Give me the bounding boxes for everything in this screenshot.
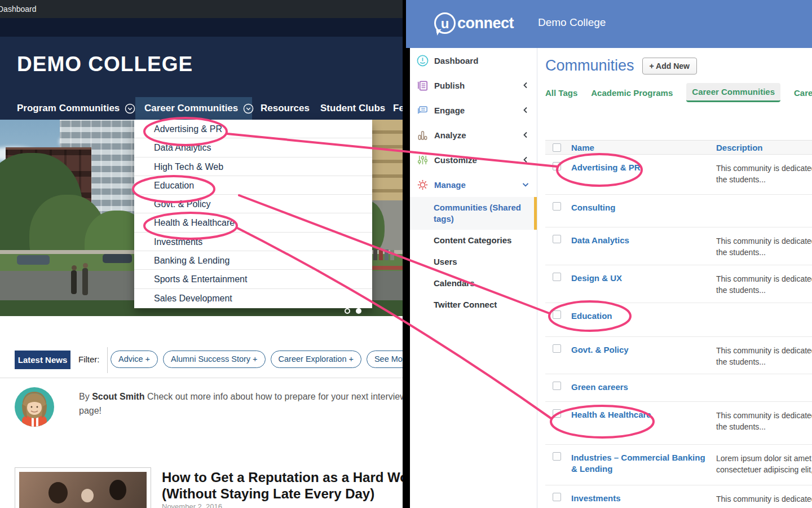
author-name[interactable]: Scout Smith <box>92 392 144 401</box>
photo-person-group <box>390 250 394 260</box>
manage-submenu: Communities (Shared tags) Content Catego… <box>410 197 537 316</box>
row-checkbox[interactable] <box>553 344 561 353</box>
section-divider <box>0 378 403 378</box>
community-name-link[interactable]: Industries – Commercial Banking & Lendin… <box>571 452 713 475</box>
filter-pill-career-exploration[interactable]: Career Exploration + <box>271 351 361 368</box>
sidebar-item-analyze[interactable]: Analyze <box>410 122 537 147</box>
college-site-panel: Dashboard <box>0 0 403 508</box>
submenu-content-categories[interactable]: Content Categories <box>410 230 537 251</box>
manage-gear-icon <box>416 178 429 191</box>
dropdown-item-sports-entertainment[interactable]: Sports & Entertainment <box>134 270 372 288</box>
author-avatar <box>15 387 54 427</box>
hero-overlay: DEMO COLLEGE Program Communities Career … <box>0 37 403 120</box>
row-checkbox[interactable] <box>553 409 561 418</box>
dropdown-item-data-analytics[interactable]: Data Analytics <box>134 138 372 157</box>
dropdown-item-investments[interactable]: Investments <box>134 233 372 251</box>
description-line2: consectetuer adipiscing elit, <box>716 464 812 475</box>
dropdown-item-sales-development[interactable]: Sales Development <box>134 289 372 308</box>
submenu-calendars[interactable]: Calendars <box>410 273 537 294</box>
post-body-line2: page! <box>79 404 403 418</box>
sidebar-item-publish[interactable]: Publish <box>410 73 537 98</box>
sidebar-item-label: Manage <box>434 180 466 190</box>
row-checkbox[interactable] <box>553 310 561 319</box>
article-thumbnail[interactable] <box>15 467 151 508</box>
photo-car <box>103 254 132 263</box>
site-main-nav: Program Communities Career Communities R… <box>0 97 403 120</box>
select-all-checkbox[interactable] <box>553 143 561 152</box>
nav-resources[interactable]: Resources <box>261 97 310 120</box>
latest-news-button[interactable]: Latest News <box>15 351 70 369</box>
sidebar-item-engage[interactable]: Engage <box>410 98 537 122</box>
row-checkbox[interactable] <box>553 235 561 243</box>
description-line2: the students... <box>716 284 812 296</box>
community-name-link[interactable]: Govt. & Policy <box>571 344 713 356</box>
community-name-link[interactable]: Design & UX <box>571 273 713 284</box>
article-date: November 2, 2016 <box>162 502 222 508</box>
submenu-communities-shared-tags[interactable]: Communities (Shared tags) <box>410 197 537 230</box>
table-row-advertising-pr: Advertising & PR This community is dedic… <box>545 155 812 195</box>
sidebar-item-manage[interactable]: Manage <box>410 172 537 197</box>
table-row-consulting: Consulting <box>545 195 812 227</box>
screenshot-stage: Dashboard <box>0 0 812 508</box>
table-row-education: Education <box>545 303 812 337</box>
photo-person-group <box>385 249 389 260</box>
photo-person-group <box>379 250 383 260</box>
add-new-button[interactable]: + Add New <box>642 58 697 75</box>
dropdown-item-advertising-pr[interactable]: Advertising & PR <box>134 120 372 138</box>
filter-pill-alumni-success[interactable]: Alumni Success Story + <box>163 351 266 368</box>
tab-career-communities[interactable]: Career Communities <box>686 83 780 102</box>
chevron-down-circle-icon <box>243 103 254 114</box>
filter-label: Filter: <box>78 354 100 364</box>
row-checkbox[interactable] <box>553 452 561 461</box>
photo-pedestrian-head <box>72 265 77 270</box>
row-checkbox[interactable] <box>553 162 561 170</box>
submenu-twitter-connect[interactable]: Twitter Connect <box>410 294 537 316</box>
page-title-row: Communities + Add New <box>545 57 697 75</box>
dropdown-item-education[interactable]: Education <box>134 176 372 195</box>
nav-fellowships[interactable]: Fe <box>393 97 403 120</box>
community-name-link[interactable]: Education <box>571 310 713 322</box>
community-name-link[interactable]: Consulting <box>571 202 713 213</box>
site-top-bar <box>0 18 403 37</box>
article-title[interactable]: How to Get a Reputation as a Hard Worker… <box>162 469 403 502</box>
description-line2: the students... <box>716 356 812 367</box>
description-line1: This community is dedicated to <box>716 235 812 247</box>
row-checkbox[interactable] <box>553 273 561 281</box>
row-checkbox[interactable] <box>553 202 561 211</box>
tab-all-tags[interactable]: All Tags <box>545 88 577 98</box>
dropdown-item-high-tech-web[interactable]: High Tech & Web <box>134 157 372 176</box>
news-post-text: By Scout Smith Check out more info about… <box>79 389 403 418</box>
sidebar-item-dashboard[interactable]: Dashboard <box>410 48 537 73</box>
row-checkbox[interactable] <box>553 382 561 390</box>
nav-program-communities[interactable]: Program Communities <box>17 97 135 120</box>
submenu-users[interactable]: Users <box>410 251 537 273</box>
table-row-govt-policy: Govt. & Policy This community is dedicat… <box>545 337 812 374</box>
sidebar-item-customize[interactable]: Customize <box>410 147 537 172</box>
article-thumbnail-image <box>19 472 147 508</box>
chevron-left-icon <box>522 82 529 89</box>
photo-car <box>17 255 50 265</box>
dropdown-item-govt-policy[interactable]: Govt. & Policy <box>134 195 372 213</box>
dropdown-item-health-healthcare[interactable]: Health & Healthcare <box>134 213 372 232</box>
uconnect-logo[interactable]: u connect <box>434 12 514 34</box>
tab-career-topics[interactable]: Career Topics <box>794 88 812 98</box>
community-name-link[interactable]: Green careers <box>571 382 713 393</box>
community-name-link[interactable]: Data Analytics <box>571 235 713 246</box>
community-name-link[interactable]: Health & Healthcare <box>571 409 713 421</box>
filter-pill-advice[interactable]: Advice + <box>111 351 158 368</box>
admin-bar-dashboard-link[interactable]: Dashboard <box>0 5 37 14</box>
row-checkbox[interactable] <box>553 493 561 501</box>
dropdown-item-banking-lending[interactable]: Banking & Lending <box>134 251 372 270</box>
description-line2: the students... <box>716 421 812 432</box>
tab-academic-programs[interactable]: Academic Programs <box>591 88 673 98</box>
community-name-link[interactable]: Advertising & PR <box>571 162 713 173</box>
photo-pedestrian-head <box>83 263 88 268</box>
nav-label: Career Communities <box>144 103 238 114</box>
filter-pill-see-more[interactable]: See More Filters <box>367 351 403 368</box>
nav-career-communities[interactable]: Career Communities <box>135 97 252 120</box>
filter-divider <box>107 347 108 373</box>
carousel-dot-active[interactable] <box>356 308 361 314</box>
carousel-dot[interactable] <box>345 308 350 314</box>
nav-student-clubs[interactable]: Student Clubs <box>320 97 385 120</box>
community-name-link[interactable]: Investments <box>571 493 713 504</box>
